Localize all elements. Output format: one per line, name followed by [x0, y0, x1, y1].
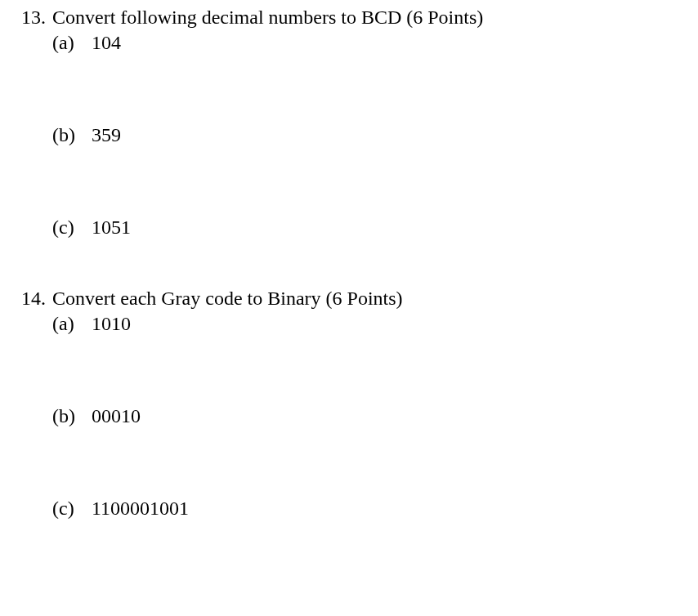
sub-value: 1051 [92, 216, 682, 239]
sub-value: 00010 [92, 405, 682, 427]
question-header: 14. Convert each Gray code to Binary (6 … [16, 288, 682, 310]
sub-label: (b) [52, 124, 92, 146]
question-text: Convert each Gray code to Binary (6 Poin… [52, 288, 682, 310]
sub-item-a: (a) 1010 [52, 313, 682, 335]
sub-item-b: (b) 359 [52, 124, 682, 146]
sub-value: 104 [92, 32, 682, 54]
sub-label: (a) [52, 313, 92, 335]
sub-value: 1100001001 [92, 498, 682, 520]
question-14: 14. Convert each Gray code to Binary (6 … [16, 288, 682, 520]
sub-label: (a) [52, 32, 92, 54]
question-header: 13. Convert following decimal numbers to… [16, 7, 682, 29]
question-number: 13. [16, 7, 52, 29]
sub-items: (a) 104 (b) 359 (c) 1051 [52, 32, 682, 239]
question-13: 13. Convert following decimal numbers to… [16, 7, 682, 239]
sub-label: (c) [52, 216, 92, 239]
question-number: 14. [16, 288, 52, 310]
sub-item-a: (a) 104 [52, 32, 682, 54]
sub-item-c: (c) 1100001001 [52, 498, 682, 520]
sub-item-c: (c) 1051 [52, 216, 682, 239]
sub-value: 1010 [92, 313, 682, 335]
sub-value: 359 [92, 124, 682, 146]
sub-label: (b) [52, 405, 92, 427]
question-text: Convert following decimal numbers to BCD… [52, 7, 682, 29]
sub-item-b: (b) 00010 [52, 405, 682, 427]
sub-label: (c) [52, 498, 92, 520]
sub-items: (a) 1010 (b) 00010 (c) 1100001001 [52, 313, 682, 520]
